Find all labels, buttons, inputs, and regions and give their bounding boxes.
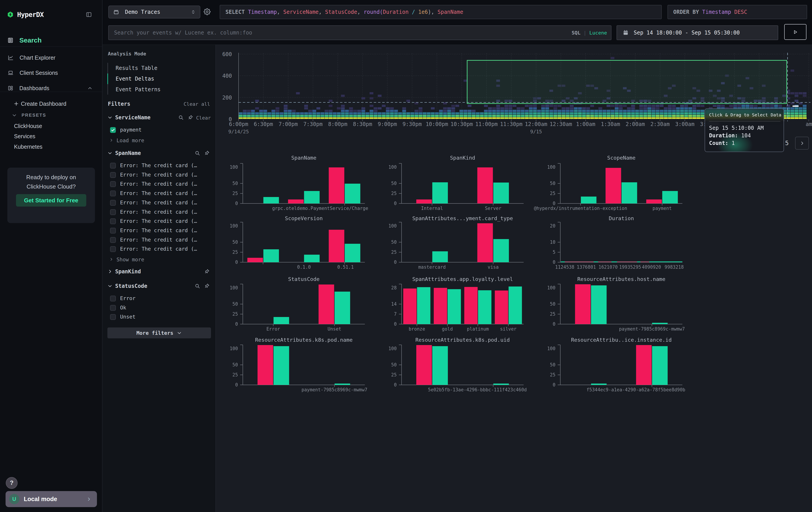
- pin-icon[interactable]: [204, 283, 210, 290]
- search-icon[interactable]: [195, 150, 200, 157]
- order-by-input[interactable]: ORDER BY Timestamp DESC: [667, 5, 807, 19]
- svg-text:0: 0: [553, 382, 555, 387]
- sql-select-input[interactable]: SELECT Timestamp, ServiceName, StatusCod…: [220, 5, 662, 19]
- filter-option-label: Error: [120, 295, 136, 301]
- filters-label: Filters: [108, 101, 130, 107]
- sidebar-preset-services[interactable]: Services: [0, 131, 102, 141]
- chevron-right-icon: [86, 496, 92, 502]
- sidebar-preset-clickhouse[interactable]: ClickHouse: [0, 121, 102, 131]
- help-button[interactable]: ?: [6, 477, 18, 489]
- svg-text:4090920: 4090920: [642, 265, 661, 270]
- svg-text:100: 100: [388, 346, 397, 351]
- filter-option-label: Error: The credit card (…: [120, 172, 197, 178]
- checkbox[interactable]: [110, 163, 116, 168]
- analysis-mode-results-table[interactable]: Results Table: [116, 65, 157, 71]
- svg-text:silver: silver: [500, 326, 517, 332]
- sidebar-item-chart-explorer[interactable]: Chart Explorer: [0, 52, 102, 64]
- filter-option-label: Error: The credit card (…: [120, 190, 197, 196]
- preset-label: ClickHouse: [14, 123, 42, 129]
- svg-text:11:30pm: 11:30pm: [500, 121, 523, 127]
- svg-text:20: 20: [550, 223, 555, 228]
- svg-text:payment-7985c8969c-mwmw7: payment-7985c8969c-mwmw7: [301, 387, 367, 393]
- svg-text:19935295: 19935295: [619, 265, 641, 270]
- sidebar-preset-kubernetes[interactable]: Kubernetes: [0, 141, 102, 152]
- clear-all-button[interactable]: Clear all: [184, 101, 210, 107]
- svg-text:1124538: 1124538: [555, 265, 574, 270]
- svg-text:100: 100: [230, 223, 238, 228]
- analysis-mode-event-patterns[interactable]: Event Patterns: [116, 86, 161, 92]
- page-number[interactable]: 5: [785, 140, 789, 146]
- pin-icon[interactable]: [187, 115, 193, 121]
- clear-filter-button[interactable]: Clear: [196, 115, 211, 120]
- sidebar-item-client-sessions[interactable]: Client Sessions: [0, 67, 102, 79]
- tooltip-divider: [709, 121, 780, 122]
- checkbox[interactable]: [110, 246, 116, 252]
- analysis-mode-event-deltas[interactable]: Event Deltas: [116, 76, 154, 82]
- checkbox[interactable]: [110, 209, 116, 215]
- source-select[interactable]: Demo Traces: [108, 5, 200, 19]
- tooltip-duration-value: 104: [741, 132, 751, 139]
- checkbox[interactable]: [110, 181, 116, 187]
- chevron-down-icon[interactable]: [107, 283, 113, 289]
- sidebar-item-dashboards[interactable]: Dashboards: [0, 82, 102, 94]
- chevron-right-icon[interactable]: [107, 269, 113, 274]
- sidebar-item-search[interactable]: Search: [0, 34, 102, 46]
- layout-icon: [7, 85, 13, 91]
- svg-text:200: 200: [222, 95, 232, 101]
- presets-label: PRESETS: [22, 113, 46, 118]
- plus-icon: [13, 101, 19, 107]
- svg-text:9/14/25: 9/14/25: [228, 129, 249, 134]
- tooltip-duration-label: Duration:: [709, 132, 738, 139]
- checkbox[interactable]: [110, 314, 116, 320]
- date-range-picker[interactable]: Sep 14 18:00:00 - Sep 15 05:30:00: [616, 25, 778, 40]
- create-dashboard-button[interactable]: Create Dashboard: [0, 98, 102, 110]
- show-more-button[interactable]: Show more: [117, 257, 144, 263]
- get-started-button[interactable]: Get Started for Free: [16, 194, 86, 207]
- svg-text:6:00pm: 6:00pm: [229, 121, 249, 127]
- svg-text:9:30pm: 9:30pm: [402, 121, 422, 127]
- checkbox[interactable]: [110, 218, 116, 224]
- next-page-button[interactable]: [795, 137, 809, 150]
- search-icon[interactable]: [195, 283, 200, 290]
- run-query-button[interactable]: [784, 24, 807, 40]
- checkbox[interactable]: [110, 200, 116, 206]
- search-icon[interactable]: [178, 115, 184, 121]
- sidebar-item-label: Client Sessions: [20, 70, 58, 76]
- svg-text:10:30pm: 10:30pm: [451, 121, 473, 127]
- svg-text:1376801: 1376801: [577, 265, 596, 270]
- load-more-button[interactable]: Load more: [117, 138, 144, 143]
- svg-text:14: 14: [391, 301, 397, 307]
- svg-text:ResourceAttributes.host.name: ResourceAttributes.host.name: [577, 276, 665, 282]
- more-filters-button[interactable]: More filters: [107, 327, 211, 339]
- svg-text:0: 0: [394, 201, 397, 206]
- sidebar-collapse-icon[interactable]: [86, 11, 92, 18]
- checkbox[interactable]: [110, 296, 116, 301]
- svg-text:0.51.1: 0.51.1: [337, 265, 354, 270]
- checkbox[interactable]: [110, 237, 116, 243]
- gear-icon[interactable]: [204, 8, 210, 15]
- svg-text:600: 600: [222, 51, 232, 57]
- checkbox[interactable]: [110, 305, 116, 311]
- svg-text:2:30am: 2:30am: [650, 121, 670, 127]
- svg-text:12:30am: 12:30am: [550, 121, 572, 127]
- checkbox[interactable]: [110, 172, 116, 178]
- svg-text:SpanKind: SpanKind: [450, 155, 475, 161]
- tooltip-title: Click & Drag to Select Data: [709, 112, 781, 117]
- pin-icon[interactable]: [204, 150, 210, 157]
- checkbox[interactable]: [110, 191, 116, 196]
- search-input[interactable]: Search your events w/ Lucene ex. column:…: [108, 25, 611, 40]
- presets-toggle[interactable]: PRESETS: [0, 110, 102, 120]
- svg-text:0: 0: [394, 382, 397, 387]
- chevron-down-icon[interactable]: [107, 150, 113, 156]
- svg-text:50: 50: [232, 240, 238, 245]
- tray-icon: [113, 9, 119, 15]
- checkbox[interactable]: [110, 228, 116, 234]
- user-menu[interactable]: U Local mode: [5, 491, 97, 507]
- svg-text:payment-7985c8969c-mwmw7: payment-7985c8969c-mwmw7: [619, 326, 685, 332]
- svg-text:Duration: Duration: [609, 215, 634, 221]
- lucene-mode-option[interactable]: Lucene: [589, 30, 607, 36]
- pin-icon[interactable]: [204, 269, 210, 275]
- sql-mode-option[interactable]: SQL: [572, 30, 581, 36]
- checkbox-checked[interactable]: [110, 127, 116, 133]
- chevron-down-icon[interactable]: [107, 115, 113, 120]
